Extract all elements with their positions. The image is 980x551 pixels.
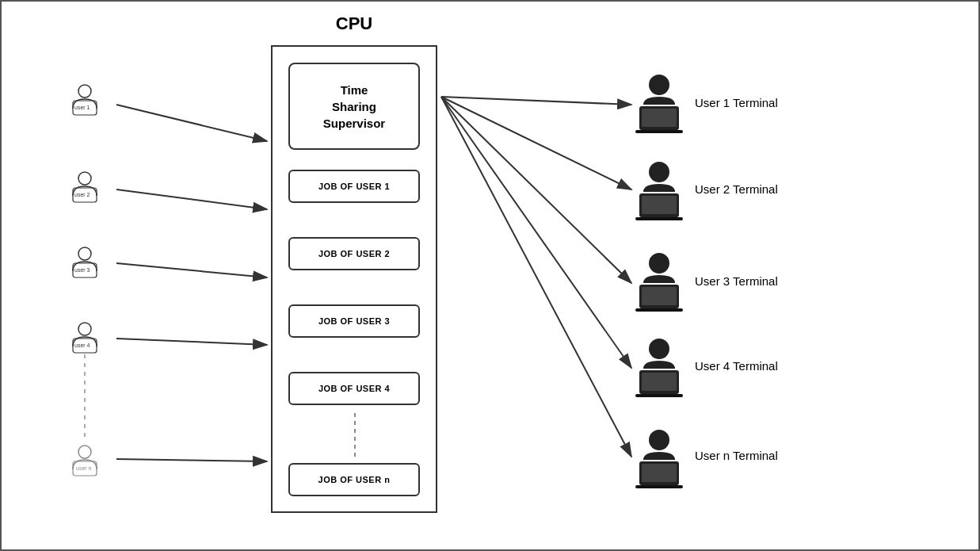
user-1-icon: user 1 bbox=[73, 85, 97, 115]
terminal-2-icon bbox=[635, 162, 683, 220]
svg-rect-28 bbox=[642, 109, 677, 127]
job-box-3: JOB OF USER 3 bbox=[288, 304, 420, 338]
user-n-icon: user n bbox=[73, 446, 97, 476]
svg-rect-45 bbox=[635, 485, 683, 488]
job-box-1: JOB OF USER 1 bbox=[288, 170, 420, 203]
svg-rect-29 bbox=[635, 130, 683, 133]
arrows-svg: user 1 user 2 user 3 user 4 bbox=[2, 2, 980, 551]
svg-rect-7 bbox=[73, 263, 97, 277]
svg-point-0 bbox=[78, 85, 91, 98]
svg-rect-40 bbox=[642, 373, 677, 391]
svg-line-20 bbox=[116, 459, 267, 461]
terminal-4-label: User 4 Terminal bbox=[695, 359, 778, 373]
user-2-icon: user 2 bbox=[73, 172, 97, 202]
terminal-n-label: User n Terminal bbox=[695, 449, 778, 462]
cpu-box: TimeSharingSupervisor JOB OF USER 1 JOB … bbox=[271, 45, 437, 513]
terminal-n-icon bbox=[635, 430, 683, 488]
svg-point-9 bbox=[78, 323, 91, 335]
terminal-3-label: User 3 Terminal bbox=[695, 274, 778, 288]
dotted-line bbox=[354, 413, 356, 457]
svg-line-17 bbox=[116, 189, 267, 209]
svg-line-18 bbox=[116, 263, 267, 277]
terminal-1-label: User 1 Terminal bbox=[695, 96, 778, 109]
svg-rect-44 bbox=[642, 464, 677, 482]
svg-rect-36 bbox=[642, 287, 677, 305]
svg-point-6 bbox=[78, 247, 91, 260]
svg-point-38 bbox=[649, 339, 669, 359]
svg-point-12 bbox=[78, 446, 91, 458]
svg-text:user 1: user 1 bbox=[74, 105, 90, 110]
user-3-icon: user 3 bbox=[73, 247, 97, 277]
job-box-n: JOB OF USER n bbox=[288, 463, 420, 496]
svg-rect-4 bbox=[73, 188, 97, 202]
terminal-1-icon bbox=[635, 75, 683, 133]
tss-box: TimeSharingSupervisor bbox=[288, 63, 420, 150]
svg-rect-39 bbox=[639, 370, 679, 394]
user-4-icon: user 4 bbox=[73, 323, 97, 353]
svg-rect-41 bbox=[635, 394, 683, 397]
svg-line-19 bbox=[116, 339, 267, 345]
svg-line-25 bbox=[441, 97, 631, 457]
svg-line-24 bbox=[441, 97, 631, 368]
svg-text:user 3: user 3 bbox=[74, 267, 90, 273]
svg-rect-37 bbox=[635, 308, 683, 312]
job-box-2: JOB OF USER 2 bbox=[288, 237, 420, 270]
svg-rect-32 bbox=[642, 196, 677, 214]
svg-line-16 bbox=[116, 105, 267, 141]
svg-text:user 4: user 4 bbox=[74, 342, 90, 348]
svg-rect-33 bbox=[635, 217, 683, 220]
tss-label: TimeSharingSupervisor bbox=[323, 82, 385, 132]
svg-point-34 bbox=[649, 253, 669, 274]
svg-text:user 2: user 2 bbox=[74, 192, 90, 197]
svg-line-23 bbox=[441, 97, 631, 283]
svg-point-3 bbox=[78, 172, 91, 185]
terminal-3-icon bbox=[635, 253, 683, 312]
svg-point-30 bbox=[649, 162, 669, 182]
svg-rect-13 bbox=[73, 461, 97, 476]
job-box-4: JOB OF USER 4 bbox=[288, 372, 420, 405]
svg-line-21 bbox=[441, 97, 631, 105]
terminal-4-icon bbox=[635, 339, 683, 397]
svg-rect-43 bbox=[639, 461, 679, 485]
terminal-2-label: User 2 Terminal bbox=[695, 182, 778, 196]
svg-rect-31 bbox=[639, 193, 679, 217]
svg-text:user n: user n bbox=[76, 465, 92, 471]
svg-rect-1 bbox=[73, 101, 97, 115]
svg-rect-10 bbox=[73, 339, 97, 353]
svg-rect-35 bbox=[639, 285, 679, 308]
svg-point-26 bbox=[649, 75, 669, 95]
svg-line-22 bbox=[441, 97, 631, 189]
diagram-container: CPU TimeSharingSupervisor JOB OF USER 1 … bbox=[0, 0, 980, 551]
svg-rect-27 bbox=[639, 106, 679, 130]
cpu-title: CPU bbox=[271, 13, 437, 34]
svg-point-42 bbox=[649, 430, 669, 450]
